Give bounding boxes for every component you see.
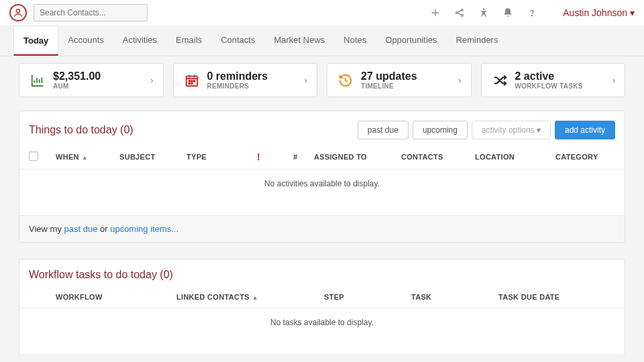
search-input[interactable] [34, 4, 148, 21]
svg-point-5 [532, 15, 533, 16]
calendar-icon [183, 72, 201, 89]
stat-workflow-value: 2 active [515, 70, 612, 82]
stat-reminders-value: 0 reminders [207, 70, 305, 82]
caret-down-icon: ▾ [630, 7, 635, 18]
sort-asc-icon: ▲ [252, 294, 258, 301]
stat-timeline[interactable]: 27 updates TIMELINE › [327, 63, 472, 97]
add-activity-button[interactable]: add activity [555, 121, 615, 139]
past-due-link[interactable]: past due [64, 224, 98, 234]
svg-point-7 [189, 80, 190, 82]
col-count[interactable]: # [277, 153, 314, 161]
svg-point-3 [462, 15, 464, 17]
wcol-due[interactable]: TASK DUE DATE [498, 293, 615, 301]
svg-point-11 [191, 82, 193, 84]
things-footer: View my past due or upcoming items... [19, 215, 625, 242]
col-category[interactable]: CATEGORY [555, 153, 623, 161]
user-menu[interactable]: Austin Johnson ▾ [563, 7, 635, 18]
workflow-title: Workflow tasks to do today (0) [29, 269, 173, 281]
tab-opportunities[interactable]: Opportunities [376, 25, 446, 56]
stat-reminders[interactable]: 0 reminders REMINDERS › [173, 63, 318, 97]
add-icon[interactable] [430, 7, 441, 18]
things-title: Things to do today (0) [29, 124, 133, 136]
wcol-workflow[interactable]: WORKFLOW [56, 293, 176, 301]
history-icon [337, 72, 354, 89]
activity-options-dropdown[interactable]: activity options [472, 121, 551, 139]
tab-contacts[interactable]: Contacts [211, 25, 264, 56]
stat-workflow-label: WORKFLOW TASKS [515, 82, 612, 90]
share-icon[interactable] [454, 7, 465, 18]
stat-aum-label: AUM [53, 82, 150, 90]
sort-asc-icon: ▲ [82, 154, 88, 161]
stat-aum-value: $2,351.00 [53, 70, 150, 82]
tab-today[interactable]: Today [13, 25, 58, 56]
past-due-button[interactable]: past due [358, 121, 409, 139]
bell-icon[interactable] [502, 7, 513, 18]
tab-notes[interactable]: Notes [334, 25, 376, 56]
avatar-icon[interactable] [9, 4, 27, 21]
wcol-task[interactable]: TASK [411, 293, 498, 301]
stat-reminders-label: REMINDERS [207, 82, 305, 90]
chevron-right-icon: › [458, 75, 461, 85]
wcol-step[interactable]: STEP [324, 293, 411, 301]
tab-activities[interactable]: Activities [113, 25, 166, 56]
help-icon[interactable] [527, 7, 537, 18]
col-contacts[interactable]: CONTACTS [401, 153, 475, 161]
workflow-empty: No tasks available to display. [19, 308, 625, 354]
select-all-checkbox[interactable] [29, 152, 38, 161]
stat-workflow[interactable]: 2 active WORKFLOW TASKS › [481, 63, 626, 97]
svg-point-0 [16, 9, 19, 13]
svg-point-9 [193, 80, 195, 82]
col-subject[interactable]: SUBJECT [119, 153, 186, 161]
col-priority[interactable]: ! [240, 152, 277, 162]
chevron-right-icon: › [150, 75, 153, 85]
stat-timeline-label: TIMELINE [361, 82, 458, 90]
chevron-right-icon: › [305, 75, 307, 85]
chevron-right-icon: › [612, 75, 615, 85]
svg-point-2 [462, 9, 464, 11]
user-name: Austin Johnson [563, 7, 627, 18]
tab-emails[interactable]: Emails [166, 25, 211, 56]
svg-point-8 [191, 80, 193, 82]
shuffle-icon [491, 72, 508, 89]
tab-reminders[interactable]: Reminders [447, 25, 508, 56]
wcol-linked[interactable]: LINKED CONTACTS▲ [176, 293, 324, 301]
things-panel: Things to do today (0) past due upcoming… [19, 111, 625, 243]
col-type[interactable]: TYPE [186, 153, 240, 161]
tab-accounts[interactable]: Accounts [58, 25, 113, 56]
tab-market-news[interactable]: Market News [264, 25, 334, 56]
workflow-panel: Workflow tasks to do today (0) WORKFLOW … [19, 259, 625, 354]
svg-point-4 [483, 8, 485, 10]
bar-chart-icon [29, 72, 46, 89]
upcoming-button[interactable]: upcoming [413, 121, 468, 139]
col-location[interactable]: LOCATION [475, 153, 555, 161]
stat-aum[interactable]: $2,351.00 AUM › [19, 63, 164, 97]
svg-point-10 [189, 82, 190, 84]
col-when[interactable]: WHEN▲ [56, 153, 119, 161]
things-empty: No activities available to display. [19, 170, 625, 215]
stat-timeline-value: 27 updates [361, 70, 458, 82]
accessibility-icon[interactable] [478, 7, 489, 18]
svg-point-1 [456, 12, 458, 14]
col-assigned[interactable]: ASSIGNED TO [314, 153, 401, 161]
upcoming-items-link[interactable]: upcoming items... [110, 224, 178, 234]
